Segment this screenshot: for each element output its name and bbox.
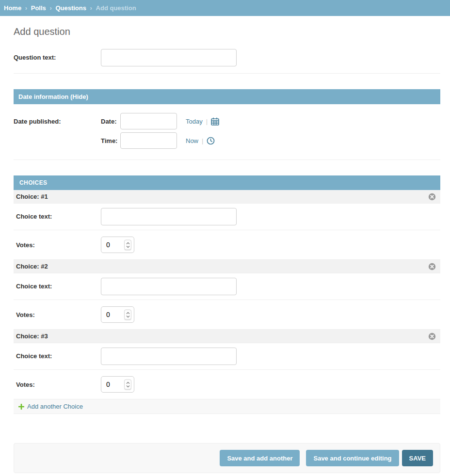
choice-text-label: Choice text: <box>16 208 101 220</box>
breadcrumb-current: Add question <box>96 4 136 12</box>
choice-1-rows: Choice text: Votes: <box>14 204 440 260</box>
choice-1-votes-input[interactable] <box>101 237 134 253</box>
hide-toggle-link[interactable]: (Hide) <box>70 93 88 100</box>
choice-3-header-label: Choice: #3 <box>16 333 48 340</box>
choice-text-label: Choice text: <box>16 348 101 360</box>
choice-inline-group: Choice: #3 Choice text: Votes: <box>14 330 440 399</box>
date-module-header: Date information (Hide) <box>14 89 440 104</box>
choice-text-row: Choice text: <box>14 273 440 300</box>
choice-3-votes-field[interactable] <box>101 380 119 389</box>
add-another-choice-link[interactable]: Add another Choice <box>18 403 83 410</box>
date-shortcuts: Today | <box>186 117 219 126</box>
choice-2-header-label: Choice: #2 <box>16 263 48 270</box>
choices-module-header: CHOICES <box>14 175 440 190</box>
time-subfield: Time: Now | <box>101 132 219 149</box>
choice-text-label: Choice text: <box>16 278 101 290</box>
choice-2-votes-field[interactable] <box>101 310 119 319</box>
choice-inline-group: Choice: #2 Choice text: Votes: <box>14 260 440 330</box>
time-sublabel: Time: <box>101 137 120 144</box>
question-text-row: Question text: <box>14 45 440 74</box>
plus-icon <box>18 404 24 410</box>
date-information-module: Date information (Hide) Date published: … <box>14 89 440 160</box>
votes-row: Votes: <box>14 370 440 399</box>
choice-3-header: Choice: #3 <box>14 330 440 343</box>
choice-2-text-input[interactable] <box>101 278 237 295</box>
date-input[interactable] <box>120 113 177 129</box>
question-text-label: Question text: <box>14 49 101 61</box>
choices-module: CHOICES Choice: #1 Choice text: Vote <box>14 175 440 414</box>
add-another-choice-label: Add another Choice <box>27 403 83 410</box>
breadcrumb-polls[interactable]: Polls <box>31 4 46 12</box>
choice-1-header: Choice: #1 <box>14 190 440 204</box>
choice-text-row: Choice text: <box>14 343 440 370</box>
time-input[interactable] <box>120 132 177 149</box>
choice-1-text-input[interactable] <box>101 208 237 225</box>
clock-icon[interactable] <box>207 137 215 145</box>
choice-3-text-input[interactable] <box>101 348 237 365</box>
number-stepper[interactable] <box>124 240 131 250</box>
time-shortcuts: Now | <box>186 137 215 145</box>
datetime-fields: Date: Today | <box>101 113 219 149</box>
today-link[interactable]: Today <box>186 118 203 125</box>
number-stepper[interactable] <box>124 310 131 320</box>
choice-text-row: Choice text: <box>14 204 440 230</box>
date-subfield: Date: Today | <box>101 113 219 129</box>
save-and-continue-editing-button[interactable]: Save and continue editing <box>306 450 399 466</box>
submit-row: Save and add another Save and continue e… <box>14 443 440 473</box>
choice-1-header-label: Choice: #1 <box>16 193 48 200</box>
votes-row: Votes: <box>14 300 440 330</box>
date-sublabel: Date: <box>101 118 120 125</box>
page-title: Add question <box>14 26 440 37</box>
breadcrumb-home[interactable]: Home <box>4 4 21 12</box>
choice-2-votes-input[interactable] <box>101 306 134 323</box>
choice-2-header: Choice: #2 <box>14 260 440 273</box>
breadcrumb-questions[interactable]: Questions <box>55 4 86 12</box>
choice-3-rows: Choice text: Votes: <box>14 343 440 399</box>
circle-x-icon[interactable] <box>428 333 436 340</box>
save-button[interactable]: SAVE <box>402 450 433 466</box>
votes-row: Votes: <box>14 230 440 260</box>
date-published-label: Date published: <box>14 113 101 125</box>
votes-label: Votes: <box>16 306 101 318</box>
votes-label: Votes: <box>16 237 101 249</box>
date-published-row: Date published: Date: Today | <box>14 104 440 160</box>
breadcrumb-separator: › <box>90 4 92 12</box>
add-row: Add another Choice <box>14 399 440 414</box>
date-module-title: Date information <box>18 93 68 100</box>
question-text-input[interactable] <box>101 49 237 66</box>
number-stepper[interactable] <box>124 380 131 390</box>
calendar-icon[interactable] <box>211 117 219 126</box>
save-and-add-another-button[interactable]: Save and add another <box>220 450 300 466</box>
choice-inline-group: Choice: #1 Choice text: Votes: <box>14 190 440 260</box>
shortcut-separator: | <box>206 118 208 125</box>
votes-label: Votes: <box>16 376 101 388</box>
shortcut-separator: | <box>202 137 203 144</box>
breadcrumb-separator: › <box>25 4 27 12</box>
choice-2-rows: Choice text: Votes: <box>14 273 440 330</box>
now-link[interactable]: Now <box>186 137 198 144</box>
choice-1-votes-field[interactable] <box>101 240 119 249</box>
content-area: Add question Question text: Date informa… <box>0 26 450 473</box>
circle-x-icon[interactable] <box>428 263 436 270</box>
breadcrumb: Home › Polls › Questions › Add question <box>0 0 450 16</box>
circle-x-icon[interactable] <box>428 193 436 201</box>
choice-3-votes-input[interactable] <box>101 376 134 393</box>
breadcrumb-separator: › <box>49 4 51 12</box>
